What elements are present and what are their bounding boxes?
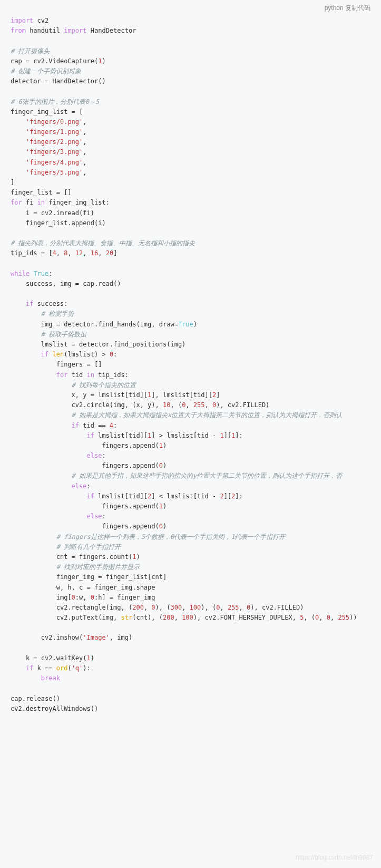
watermark: https://blog.csdn.net/lh9987 [296,853,373,863]
copy-code-link[interactable]: 复制代码 [345,4,370,12]
code-header: python 复制代码 [325,3,370,13]
language-label: python [325,4,344,12]
code-content: import cv2 from handutil import HandDete… [0,0,381,719]
code-block: python 复制代码 import cv2 from handutil imp… [0,0,381,868]
